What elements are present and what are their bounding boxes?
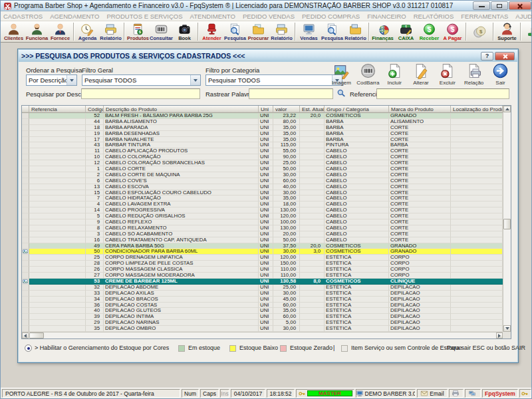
- column-header-est-atual[interactable]: Est. Atual: [300, 106, 325, 113]
- table-row[interactable]: 44BARBA ALISAMENTOUNI80,00BARBAALISAMENT…: [22, 119, 503, 125]
- incluir-button[interactable]: Incluir: [382, 63, 407, 90]
- funciona-toolbar-button[interactable]: Funciona: [25, 22, 49, 41]
- consultar-toolbar-button[interactable]: Consultar: [150, 22, 173, 41]
- table-row[interactable]: 19BARBA DESENHADASUNI35,00BARBACORTE: [22, 131, 503, 137]
- table-row[interactable]: 17BARBA NAVALHETEUNI35,00BARBACORTE: [22, 137, 503, 143]
- finan-as-toolbar-button[interactable]: $Finanças: [371, 22, 394, 41]
- table-row[interactable]: 1CABELO CORTEUNI50,00CABELOCORTE: [22, 166, 503, 172]
- category-filter-select[interactable]: Pesquisar TODOS: [205, 74, 342, 86]
- fornece-toolbar-button[interactable]: Fornece: [49, 22, 72, 41]
- vertical-scrollbar[interactable]: [503, 106, 511, 332]
- agenda-toolbar-button[interactable]: Agenda: [76, 22, 99, 41]
- menu-relat-rios[interactable]: RELATÓRIOS: [414, 13, 454, 20]
- table-row[interactable]: 14CABELO PROGRESSIVAUNI130,00CABELOCORTE: [22, 207, 503, 213]
- table-row[interactable]: 53CREME DE BARBEAR 125MLUNI130,588,0COSM…: [22, 279, 503, 285]
- vendas-toolbar-button[interactable]: Vendas: [297, 22, 321, 41]
- pesquisa-toolbar-button[interactable]: Pesquisa: [223, 22, 247, 41]
- search-desc-input[interactable]: [81, 88, 200, 99]
- sair-button[interactable]: Sair: [488, 63, 513, 90]
- table-row[interactable]: 2CABELO CORTE DE MÁQUINAUNI30,00CABELOCO…: [22, 172, 503, 178]
- panel-close-button[interactable]: [495, 52, 515, 61]
- table-row[interactable]: 43BARBAR TINTURAUNI115,00PINTURABARBA: [22, 142, 503, 148]
- coin-icon-toolbar-button[interactable]: $: [468, 22, 491, 41]
- table-row[interactable]: 15CABELO ESFOLIAÇÃO COURO CABELUDOUNI30,…: [22, 190, 503, 196]
- table-row[interactable]: 26CORPO MASSAGEM CLASSICAUNI110,00ESTÉTI…: [22, 267, 503, 273]
- receber-toolbar-button[interactable]: $Receber: [418, 22, 441, 41]
- alterar-button[interactable]: Alterar: [408, 63, 433, 90]
- table-row[interactable]: 40DEPILACAO GLUTEOSUNI35,00ESTÉTICADEPIL…: [22, 308, 503, 314]
- table-row[interactable]: 36DEPILACAO COSTASUNI60,00ESTÉTICADEPILA…: [22, 303, 503, 309]
- table-row[interactable]: 12CABELO COLORAÇÃO SOBRANCELHASUNI25,00C…: [22, 160, 503, 166]
- table-row[interactable]: 34DEPILACAO BRACOSUNI45,00ESTÉTICADEPILA…: [22, 297, 503, 303]
- produtos-toolbar-button[interactable]: $Produtos: [126, 22, 150, 41]
- table-row[interactable]: 18BARBA APARADAUNI35,00BARBACORTE: [22, 125, 503, 131]
- table-row[interactable]: 9CABELO REFLEXOUNI100,00CABELOCORTE: [22, 219, 503, 225]
- book-toolbar-button[interactable]: Book: [173, 22, 196, 41]
- relat-rio-toolbar-button[interactable]: Relatório: [344, 22, 367, 41]
- table-row[interactable]: 7CABELO HIDRATAÇÃOUNI35,00CABELOCORTE: [22, 196, 503, 201]
- table-row[interactable]: 16CABELO TRATAMENTO CAP. ANTIQUEDAUNI50,…: [22, 237, 503, 243]
- a-pagar-toolbar-button[interactable]: $A Pagar: [441, 22, 464, 41]
- relat-rio-toolbar-button[interactable]: Relatório: [270, 22, 293, 41]
- table-row[interactable]: 8CABELO RELAXAMENTOUNI130,00CABELOCORTE: [22, 225, 503, 231]
- close-button[interactable]: [509, 1, 531, 10]
- table-row[interactable]: 3CABELO SÓ ACABAMENTOUNI20,00CABELOCORTE: [22, 231, 503, 237]
- scroll-left-icon[interactable]: [22, 332, 29, 338]
- restore-button[interactable]: [491, 1, 508, 10]
- table-row[interactable]: 33DEPILACAO AXILASUNI30,00ESTÉTICADEPILA…: [22, 291, 503, 297]
- panel-help-button[interactable]: ?: [481, 52, 493, 61]
- chevron-down-icon[interactable]: [66, 75, 76, 85]
- column-header-indicator[interactable]: [22, 106, 29, 113]
- menu-atendimento[interactable]: ATENDIMENTO: [190, 13, 235, 20]
- table-row[interactable]: 4CABELO LAVAGEM EXTRAUNI18,00CABELOCORTE: [22, 201, 503, 207]
- table-row[interactable]: 50CONDICIONADOR PARA BARBA 60MLUNI30,003…: [22, 249, 503, 255]
- table-row[interactable]: 29DEPILACAO NARINASUNI5,00ESTÉTICADEPILA…: [22, 320, 503, 326]
- table-row[interactable]: 52BALM FRESH - BÁLSAMO PARA BARBA 25GUNI…: [22, 113, 503, 119]
- order-filter-select[interactable]: Por Descrição: [26, 74, 77, 86]
- table-row[interactable]: 10CABELO COLORAÇÃOUNI90,00CABELOCORTE: [22, 154, 503, 160]
- reference-input[interactable]: [376, 88, 509, 99]
- table-row[interactable]: 11CABELO APLICAÇÃO PRODUTOSUNI55,00CABEL…: [22, 148, 503, 154]
- suporte-toolbar-button[interactable]: Suporte: [495, 22, 519, 41]
- column-header-uni[interactable]: Uni: [259, 106, 273, 113]
- general-filter-select[interactable]: Pesquisar TODOS: [82, 74, 201, 86]
- column-header-marca-do-produto[interactable]: Marca do Produto: [389, 106, 451, 113]
- column-header-grupo-categoria[interactable]: Grupo / Categoria: [325, 106, 389, 113]
- menu-pedido-vendas[interactable]: PEDIDO VENDAS: [243, 13, 295, 20]
- horizontal-scrollbar[interactable]: [22, 332, 503, 338]
- search-icon[interactable]: [336, 88, 346, 98]
- menu-ferramentas[interactable]: FERRAMENTAS: [461, 13, 508, 20]
- table-row[interactable]: 49CERA PARA BARBA 50GUNI37,5020,0COSMETI…: [22, 243, 503, 249]
- track-words-input[interactable]: [249, 88, 333, 99]
- vscroll-thumb[interactable]: [503, 219, 511, 229]
- atender-toolbar-button[interactable]: Atender: [200, 22, 223, 41]
- clientes-toolbar-button[interactable]: Clientes: [2, 22, 25, 41]
- table-row[interactable]: 27CORPO MASSAGEM MODERADORAUNI110,00ESTÉ…: [22, 273, 503, 279]
- menu-cadastros[interactable]: CADASTROS: [3, 13, 43, 20]
- pesquisa-toolbar-button[interactable]: Pesquisa: [321, 22, 344, 41]
- table-row[interactable]: 39DEPILACAO INTIMAUNI60,00ESTÉTICADEPILA…: [22, 314, 503, 320]
- scroll-up-icon[interactable]: [503, 106, 511, 112]
- table-row[interactable]: 32DEPILACAO ABDOMEUNI25,00ESTÉTICADEPILA…: [22, 285, 503, 291]
- table-row[interactable]: 25CORPO DRENAGEM LINFATICAUNI120,00ESTÉT…: [22, 255, 503, 261]
- column-header-descri-o-do-produto[interactable]: Descrição do Produto: [104, 106, 259, 113]
- exit-door-icon-toolbar-button[interactable]: EXIT: [523, 22, 532, 41]
- hscroll-thumb[interactable]: [29, 332, 44, 338]
- imagem-button[interactable]: Imagem: [329, 63, 354, 90]
- column-header-referencia[interactable]: Referencia: [29, 106, 86, 113]
- minimize-button[interactable]: [473, 1, 490, 10]
- menu-agendamento[interactable]: AGENDAMENTO: [50, 13, 99, 20]
- table-row[interactable]: 5CABELO REDUÇÃO GRISALHOSUNI120,00CABELO…: [22, 213, 503, 219]
- codbarra-button[interactable]: CodBarra: [356, 63, 380, 90]
- caixa-toolbar-button[interactable]: $CAIXA: [394, 22, 418, 41]
- menu-financeiro[interactable]: FINANCEIRO: [367, 13, 406, 20]
- column-header-localiza-o-do-produto[interactable]: Localização do Produto: [451, 106, 503, 113]
- menu-pedido-compras[interactable]: PEDIDO COMPRAS: [302, 13, 360, 20]
- column-header-c-digo[interactable]: Código: [86, 106, 104, 113]
- scroll-down-icon[interactable]: [503, 325, 511, 332]
- table-row[interactable]: 13CABELO ESCOVAUNI40,00CABELOCORTE: [22, 184, 503, 190]
- column-header-valor[interactable]: valor: [273, 106, 300, 113]
- relat-rio-toolbar-button[interactable]: Relatório: [99, 22, 122, 41]
- menu-ajuda[interactable]: AJUDA: [515, 13, 532, 20]
- table-row[interactable]: 28CORPO LIMPEZA DE PELE COSTASUNI150,00E…: [22, 261, 503, 267]
